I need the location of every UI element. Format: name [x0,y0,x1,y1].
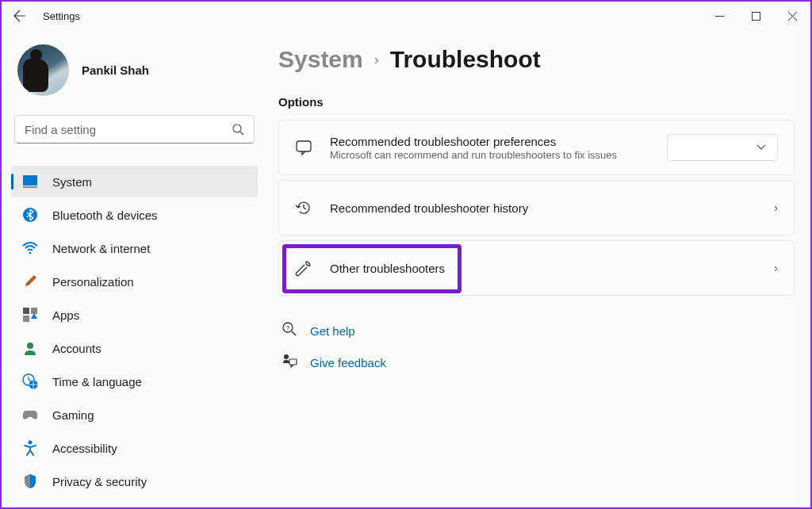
sidebar-item-accounts[interactable]: Accounts [11,332,258,364]
sidebar-item-time-language[interactable]: Time & language [11,365,258,397]
preferences-dropdown[interactable] [667,134,778,161]
display-icon [22,174,38,189]
arrow-left-icon [13,10,26,22]
clock-globe-icon [22,373,38,389]
breadcrumb-parent[interactable]: System [278,46,363,73]
link-label: Give feedback [310,356,386,369]
profile-name: Pankil Shah [82,63,149,77]
card-recommended-preferences[interactable]: Recommended troubleshooter preferences M… [278,120,795,175]
svg-rect-10 [23,316,29,322]
sidebar-item-network[interactable]: Network & internet [11,232,258,264]
sidebar-item-label: Apps [52,308,79,322]
gamepad-icon [22,407,38,423]
close-button[interactable] [774,2,810,30]
avatar [17,44,69,96]
comment-icon [295,139,312,156]
get-help-link[interactable]: ? Get help [278,315,795,346]
svg-rect-20 [289,359,297,365]
profile-block[interactable]: Pankil Shah [11,36,258,115]
svg-rect-16 [297,141,311,151]
sidebar-item-label: Personalization [52,275,134,289]
svg-point-7 [29,252,32,254]
svg-text:?: ? [286,324,290,331]
brush-icon [22,274,38,289]
sidebar-item-label: Privacy & security [52,475,147,488]
sidebar-item-gaming[interactable]: Gaming [11,399,258,431]
wrench-icon [295,259,312,277]
sidebar-item-bluetooth[interactable]: Bluetooth & devices [11,199,258,231]
card-other-troubleshooters[interactable]: Other troubleshooters › [278,240,795,296]
svg-rect-9 [31,308,37,314]
search-input[interactable] [25,123,232,136]
help-icon: ? [282,321,299,340]
shield-icon [22,473,38,489]
wifi-icon [22,240,38,256]
sidebar-item-label: Gaming [52,408,94,422]
sidebar-item-apps[interactable]: Apps [11,299,258,331]
accessibility-icon [22,440,38,456]
feedback-icon [282,353,299,372]
card-title: Recommended troubleshooter preferences [330,135,667,148]
search-icon [232,123,244,136]
svg-point-2 [233,124,241,132]
card-title: Other troubleshooters [330,262,774,275]
card-title: Recommended troubleshooter history [330,201,774,215]
svg-point-19 [284,354,289,359]
search-box[interactable] [14,115,255,144]
sidebar-item-privacy[interactable]: Privacy & security [11,465,258,497]
sidebar-item-label: Accounts [52,342,102,355]
sidebar-item-label: Network & internet [52,242,150,255]
svg-rect-5 [23,186,37,188]
maximize-button[interactable] [737,2,774,30]
sidebar-item-label: System [52,175,92,189]
minimize-button[interactable] [701,2,737,30]
history-icon [295,199,312,216]
sidebar-item-system[interactable]: System [11,166,258,197]
chevron-down-icon [756,144,766,151]
svg-rect-4 [23,175,37,186]
breadcrumb: System › Troubleshoot [278,46,795,73]
svg-rect-8 [23,308,29,314]
back-button[interactable] [8,4,32,28]
apps-icon [22,307,38,323]
section-heading: Options [278,95,795,109]
chevron-right-icon: › [374,52,379,68]
sidebar-item-label: Bluetooth & devices [52,209,158,222]
sidebar-item-label: Accessibility [52,442,117,455]
window-title: Settings [43,10,80,22]
minimize-icon [715,12,724,21]
svg-point-12 [27,343,33,349]
svg-line-3 [240,132,243,135]
maximize-icon [752,12,760,21]
sidebar-item-label: Time & language [52,375,142,388]
svg-point-15 [29,441,33,445]
chevron-right-icon: › [774,201,778,214]
person-icon [22,340,38,356]
card-subtitle: Microsoft can recommend and run troubles… [330,149,667,161]
link-label: Get help [310,324,355,338]
card-recommended-history[interactable]: Recommended troubleshooter history › [278,180,795,235]
close-icon [788,12,797,21]
sidebar-item-accessibility[interactable]: Accessibility [11,432,258,464]
chevron-right-icon: › [774,262,778,274]
breadcrumb-current: Troubleshoot [390,46,541,73]
bluetooth-icon [22,207,38,223]
svg-marker-11 [31,313,37,319]
svg-rect-1 [752,12,760,20]
sidebar-item-personalization[interactable]: Personalization [11,266,258,297]
give-feedback-link[interactable]: Give feedback [278,346,795,378]
